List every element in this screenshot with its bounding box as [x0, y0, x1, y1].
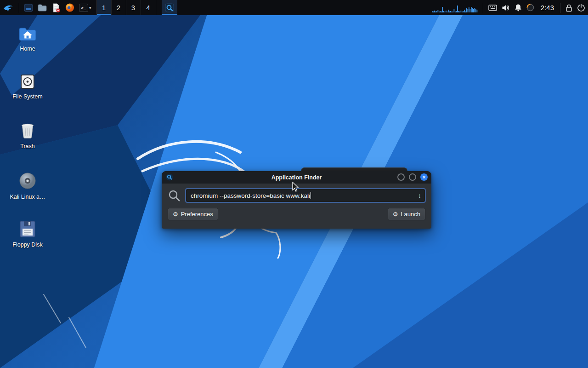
cpu-graph[interactable]: [432, 2, 478, 13]
launch-label: Launch: [401, 211, 420, 218]
panel-clock[interactable]: 2:43: [537, 4, 558, 12]
panel-separator: [483, 3, 483, 13]
close-button[interactable]: ×: [420, 173, 428, 181]
folder-icon: [38, 4, 47, 12]
desktop-icon-label: Floppy Disk: [12, 242, 42, 248]
taskbar-application-finder[interactable]: [162, 0, 177, 15]
taskbar-file-manager[interactable]: [35, 0, 49, 15]
text-caret: [311, 192, 311, 199]
workspace-4[interactable]: 4: [141, 0, 156, 15]
system-tray: [486, 4, 537, 12]
desktop-icon-kali-cd[interactable]: Kali Linux a…: [6, 171, 50, 201]
taskbar-firefox[interactable]: [63, 0, 77, 15]
firefox-icon: [65, 3, 74, 12]
floppy-disk-icon: [18, 220, 37, 238]
panel-separator: [560, 3, 560, 13]
close-icon: ×: [423, 175, 425, 180]
terminal-icon: >_: [79, 4, 88, 12]
workspace-3[interactable]: 3: [126, 0, 141, 15]
desktop-icon-floppy[interactable]: Floppy Disk: [6, 220, 50, 248]
desktop-icon-home[interactable]: Home: [6, 26, 50, 52]
application-finder-icon: [165, 3, 174, 12]
kali-logo-icon: [3, 3, 14, 13]
workspace-switcher: 1 2 3 4: [96, 0, 156, 15]
dialog-body: chromium --password-store=basic www.kali…: [162, 184, 431, 229]
launch-icon: ⚙: [393, 211, 398, 217]
desktop-icon-trash[interactable]: Trash: [6, 122, 50, 150]
titlebar[interactable]: Application Finder ×: [162, 171, 431, 184]
file-system-icon: [18, 74, 37, 90]
desktop-icon-label: File System: [12, 94, 42, 100]
taskbar-window-icon[interactable]: [22, 0, 35, 15]
desktop-icon-label: Kali Linux a…: [10, 194, 45, 201]
search-row: chromium --password-store=basic www.kali…: [168, 189, 425, 202]
trash-icon: [18, 122, 37, 140]
home-icon: [18, 26, 37, 42]
desktop-icon-label: Trash: [20, 144, 35, 150]
command-input[interactable]: chromium --password-store=basic www.kali…: [186, 189, 425, 202]
kali-menu-button[interactable]: [0, 0, 17, 15]
volume-icon[interactable]: [502, 4, 510, 12]
maximize-button[interactable]: [409, 173, 416, 181]
top-panel: >_ ▾ 1 2 3 4: [0, 0, 588, 15]
window-title-icon: [166, 173, 173, 181]
app-window-icon: [24, 3, 33, 12]
launch-button[interactable]: ⚙ Launch: [388, 208, 425, 220]
lock-icon[interactable]: [565, 4, 572, 12]
panel-separator: [19, 3, 19, 13]
notification-bell-icon[interactable]: [514, 4, 522, 12]
preferences-label: Preferences: [181, 211, 213, 218]
application-finder-window: Application Finder × chromium --password…: [162, 171, 431, 229]
gear-icon: ⚙: [173, 211, 178, 217]
minimize-button[interactable]: [397, 173, 405, 181]
chevron-down-icon[interactable]: ▾: [89, 6, 91, 10]
preferences-button[interactable]: ⚙ Preferences: [168, 208, 218, 220]
workspace-2[interactable]: 2: [112, 0, 126, 15]
status-indicator-icon[interactable]: [526, 4, 534, 12]
optical-disc-icon: [18, 171, 37, 190]
document-icon: [51, 3, 61, 12]
search-icon: [168, 189, 181, 202]
desktop-icon-label: Home: [20, 46, 35, 52]
window-controls: ×: [397, 173, 428, 181]
taskbar-text-editor[interactable]: [49, 0, 63, 15]
history-dropdown-icon[interactable]: ↓: [414, 192, 421, 199]
logout-power-icon[interactable]: [577, 4, 585, 12]
taskbar-terminal[interactable]: >_ ▾: [77, 0, 94, 15]
keyboard-icon[interactable]: [488, 5, 497, 11]
desktop-icon-file-system[interactable]: File System: [6, 74, 50, 100]
command-input-text: chromium --password-store=basic www.kali: [191, 192, 310, 199]
session-tray: [563, 4, 588, 12]
workspace-1[interactable]: 1: [97, 0, 112, 15]
button-row: ⚙ Preferences ⚙ Launch: [168, 208, 425, 220]
window-title: Application Finder: [271, 174, 322, 181]
